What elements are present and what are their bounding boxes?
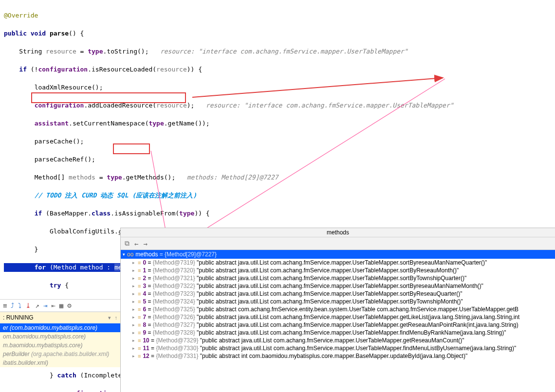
frame-class: om.baomidou.mybatisplus.core) <box>3 333 86 340</box>
thread-status[interactable]: : RUNNING ▾ ↑ <box>0 312 120 323</box>
method-signature: "public abstract java.util.List com.acha… <box>200 345 517 352</box>
tree-row[interactable]: ▸≡10 = {Method@7329} "public abstract ja… <box>121 337 555 344</box>
toggle-icon[interactable]: ≡ <box>3 302 7 309</box>
var-name: methods <box>135 251 158 258</box>
tree-row[interactable]: ▸≡7 = {Method@7326} "public abstract jav… <box>121 313 555 321</box>
expand-icon[interactable]: ▸ <box>132 307 135 312</box>
code-line: parseCache(); <box>4 137 555 146</box>
expand-icon[interactable]: ▾ <box>123 252 125 257</box>
expand-icon[interactable]: ▸ <box>132 268 135 273</box>
index: 5 <box>143 298 146 305</box>
tree-row[interactable]: ▸≡9 = {Method@7328} "public abstract jav… <box>121 329 555 337</box>
field-icon: ≡ <box>138 338 141 343</box>
method-signature: "public abstract com.achang.fmService.en… <box>197 306 518 313</box>
tree-row[interactable]: ▸≡8 = {Method@7327} "public abstract jav… <box>121 321 555 329</box>
code-line: configuration.addLoadedResource(resource… <box>4 101 555 110</box>
dropdown-icon[interactable]: ▾ <box>108 315 111 321</box>
stack-frame[interactable]: er (com.baomidou.mybatisplus.core) <box>0 323 120 332</box>
index: 1 <box>143 267 146 274</box>
expand-icon[interactable]: ▸ <box>132 284 135 288</box>
frame-class: m.baomidou.mybatisplus.core) <box>3 342 82 349</box>
step-into-icon[interactable]: ⇥ <box>43 302 47 309</box>
stack-frame[interactable]: perBuilder (org.apache.ibatis.builder.xm… <box>0 350 120 358</box>
object-ref: {Method@7329} <box>156 337 198 344</box>
method-signature: "public abstract java.util.List com.acha… <box>197 267 459 274</box>
field-icon: ≡ <box>138 267 141 273</box>
tree-row[interactable]: ▸≡1 = {Method@7320} "public abstract jav… <box>121 267 555 274</box>
index: 2 <box>143 275 146 282</box>
back-icon[interactable]: ← <box>134 240 138 248</box>
copy-icon[interactable]: ⧉ <box>125 239 130 248</box>
index: 6 <box>143 306 146 313</box>
grid-icon[interactable]: ▦ <box>59 302 63 309</box>
tree-row[interactable]: ▸≡2 = {Method@7321} "public abstract jav… <box>121 274 555 282</box>
index: 0 <box>143 259 146 266</box>
expand-icon[interactable]: ▸ <box>132 276 135 281</box>
frame-package: (com.baomidou.mybatisplus.core) <box>10 324 97 331</box>
field-icon: ≡ <box>138 322 141 328</box>
frame-class: perBuilder <box>3 351 30 357</box>
stack-frames[interactable]: er (com.baomidou.mybatisplus.core)om.bao… <box>0 323 120 367</box>
method-signature: "public abstract java.util.List com.acha… <box>197 298 463 305</box>
watch-icon: oo <box>127 251 133 258</box>
expand-icon[interactable]: ▸ <box>132 338 135 343</box>
index: 9 <box>143 329 146 336</box>
step-down-icon[interactable]: ⤵ <box>18 302 21 309</box>
object-ref: {Method@7323} <box>153 290 195 297</box>
field-icon: ≡ <box>138 345 141 351</box>
object-ref: {Method@7320} <box>153 267 195 274</box>
expand-icon[interactable]: ▸ <box>132 299 135 304</box>
code-line: if (!configuration.isResourceLoaded(reso… <box>4 65 555 74</box>
frame-package: (org.apache.ibatis.builder.xml) <box>31 351 109 357</box>
tree-row[interactable]: ▸≡12 = {Method@7331} "public abstract in… <box>121 352 555 360</box>
code-line: // TODO 注入 CURD 动态 SQL (应该在注解之前注入) <box>4 191 555 200</box>
up-icon[interactable]: ↑ <box>115 315 118 321</box>
debug-frames-panel: ≡ ⤴ ⤵ ⤓ ↗ ⇥ ⇤ ▦ ⚙ : RUNNING ▾ ↑ er (com.… <box>0 299 120 367</box>
expand-icon[interactable]: ▸ <box>132 322 135 327</box>
object-ref: {Method@7319} <box>153 259 195 266</box>
object-ref: {Method@7324} <box>153 298 195 305</box>
expand-icon[interactable]: ▸ <box>132 315 135 320</box>
var-value: = {Method[29]@7227} <box>160 251 217 258</box>
code-line: Method[] methods = type.getMethods(); me… <box>4 173 555 182</box>
object-ref: {Method@7327} <box>153 321 195 328</box>
stack-frame[interactable]: m.baomidou.mybatisplus.core) <box>0 341 120 350</box>
debug-frames-toolbar: ≡ ⤴ ⤵ ⤓ ↗ ⇥ ⇤ ▦ ⚙ <box>0 300 120 312</box>
method-signature: "public abstract java.util.List com.acha… <box>197 259 487 266</box>
field-icon: ≡ <box>138 299 141 304</box>
expand-icon[interactable]: ▸ <box>132 354 135 358</box>
expand-icon[interactable]: ▸ <box>132 330 135 335</box>
method-signature: "public abstract java.util.List com.acha… <box>197 275 466 282</box>
step-up-icon[interactable]: ⤴ <box>11 302 14 309</box>
step-over-icon[interactable]: ↗ <box>35 302 39 309</box>
debug-toolbar: ⧉ ← → <box>121 237 555 250</box>
index: 12 <box>143 353 149 359</box>
method-signature: "public abstract java.util.List com.acha… <box>197 329 506 336</box>
step-out-icon[interactable]: ⇤ <box>51 302 55 309</box>
expand-icon[interactable]: ▸ <box>132 291 135 296</box>
settings-icon[interactable]: ⚙ <box>67 302 71 309</box>
method-signature: "public abstract java.util.List com.acha… <box>197 321 518 328</box>
tree-row[interactable]: ▸≡0 = {Method@7319} "public abstract jav… <box>121 259 555 267</box>
field-icon: ≡ <box>138 314 141 320</box>
tree-row[interactable]: ▸≡4 = {Method@7323} "public abstract jav… <box>121 290 555 298</box>
stack-frame[interactable]: om.baomidou.mybatisplus.core) <box>0 332 120 341</box>
tree-row[interactable]: ▸≡5 = {Method@7324} "public abstract jav… <box>121 298 555 305</box>
method-signature: "public abstract java.util.List com.acha… <box>200 337 464 344</box>
debug-root-node[interactable]: ▾ oo methods = {Method[29]@7227} <box>121 250 555 259</box>
debug-tree[interactable]: ▾ oo methods = {Method[29]@7227} ▸≡0 = {… <box>121 250 555 392</box>
expand-icon[interactable]: ▸ <box>132 346 135 351</box>
stack-frame[interactable]: ibatis.builder.xml) <box>0 358 120 367</box>
field-icon: ≡ <box>138 275 141 281</box>
expand-icon[interactable]: ▸ <box>132 260 135 265</box>
run-to-icon[interactable]: ⤓ <box>25 302 31 309</box>
tree-row[interactable]: ▸≡6 = {Method@7325} "public abstract com… <box>121 305 555 313</box>
code-line: if (BaseMapper.class.isAssignableFrom(ty… <box>4 209 555 218</box>
forward-icon[interactable]: → <box>143 240 147 248</box>
debug-panel-title: methods <box>121 228 555 237</box>
code-line: parseCacheRef(); <box>4 155 555 164</box>
index: 8 <box>143 321 146 328</box>
tree-row[interactable]: ▸≡11 = {Method@7330} "public abstract ja… <box>121 344 555 352</box>
tree-row[interactable]: ▸≡3 = {Method@7322} "public abstract jav… <box>121 282 555 290</box>
code-line: assistant.setCurrentNamespace(type.getNa… <box>4 119 555 128</box>
